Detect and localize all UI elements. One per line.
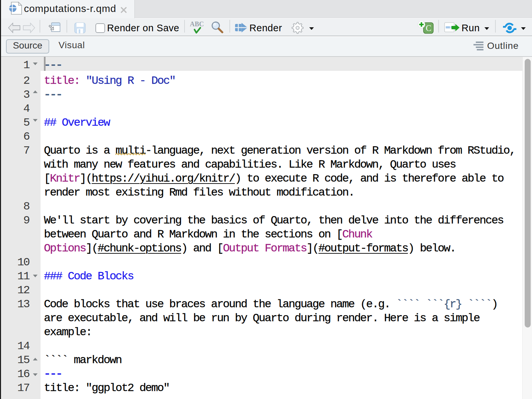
svg-text:ABC: ABC bbox=[190, 21, 204, 28]
svg-text:C: C bbox=[426, 24, 432, 33]
